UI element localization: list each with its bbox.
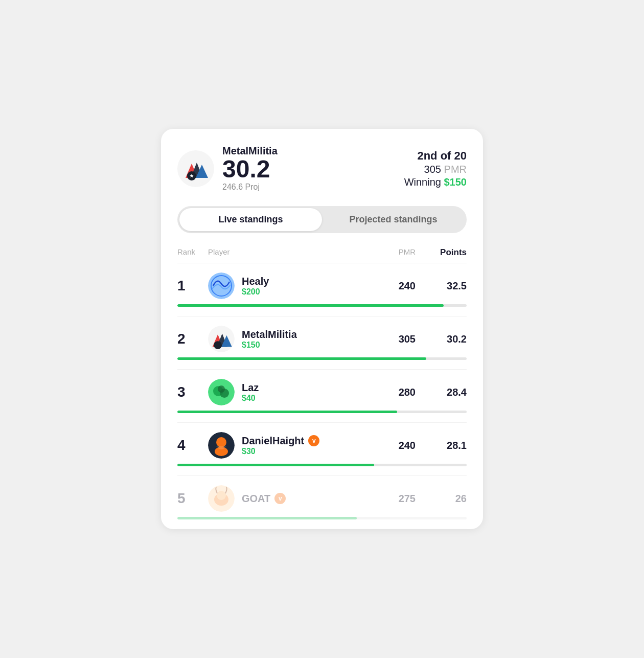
points-value: 28.1 xyxy=(416,440,467,451)
player-avatar xyxy=(208,273,235,299)
standing-row-1: 1 Healy$20024032.5 xyxy=(177,263,467,299)
rank-number: 3 xyxy=(177,384,208,400)
col-rank-header: Rank xyxy=(177,247,208,258)
points-value: 26 xyxy=(416,493,467,505)
player-name: DanielHaightv xyxy=(242,435,319,447)
player-name: MetalMilitia xyxy=(242,329,297,341)
player-avatar xyxy=(208,485,235,512)
standing-row-5: 5 GOATv27526 xyxy=(177,476,467,512)
progress-row xyxy=(177,352,467,370)
player-name: Laz xyxy=(242,382,259,394)
table-header: Rank Player PMR Points xyxy=(177,247,467,263)
player-cell: Healy$200 xyxy=(208,273,364,299)
player-details: Laz$40 xyxy=(242,382,259,403)
svg-point-6 xyxy=(208,273,235,299)
col-points-header: Points xyxy=(416,247,467,258)
header-section: MetalMilitia 30.2 246.6 Proj 2nd of 20 3… xyxy=(177,145,467,192)
winning-row: Winning $150 xyxy=(404,176,467,188)
progress-bar-fill xyxy=(177,357,426,360)
progress-bar-fill xyxy=(177,411,397,413)
list-item: 2 MetalMilitia$15030530.2 xyxy=(177,316,467,370)
player-name: GOATv xyxy=(242,493,286,505)
progress-row xyxy=(177,512,467,529)
progress-row xyxy=(177,459,467,476)
tab-live-standings[interactable]: Live standings xyxy=(179,208,322,231)
progress-bar-bg xyxy=(177,517,467,519)
standing-row-2: 2 MetalMilitia$15030530.2 xyxy=(177,316,467,352)
list-item: 3 Laz$4028028.4 xyxy=(177,370,467,423)
svg-point-18 xyxy=(216,437,226,447)
standings-card: MetalMilitia 30.2 246.6 Proj 2nd of 20 3… xyxy=(161,129,483,529)
pmr-label-text: PMR xyxy=(444,164,467,175)
player-cell: GOATv xyxy=(208,485,364,512)
svg-point-12 xyxy=(214,341,222,349)
team-proj: 246.6 Proj xyxy=(222,183,278,192)
standing-row-3: 3 Laz$4028028.4 xyxy=(177,370,467,405)
pmr-value: 280 xyxy=(364,387,416,398)
player-avatar xyxy=(208,432,235,459)
list-item: 4 DanielHaightv$3024028.1 xyxy=(177,423,467,476)
rank-number: 1 xyxy=(177,278,208,294)
v-badge: v xyxy=(274,493,286,504)
svg-point-22 xyxy=(217,491,226,500)
player-details: DanielHaightv$30 xyxy=(242,435,319,456)
list-item: 1 Healy$20024032.5 xyxy=(177,263,467,316)
player-avatar xyxy=(208,379,235,405)
progress-bar-bg xyxy=(177,411,467,413)
player-winnings: $150 xyxy=(242,341,297,350)
player-cell: DanielHaightv$30 xyxy=(208,432,364,459)
player-details: Healy$200 xyxy=(242,276,269,297)
v-badge: v xyxy=(308,435,319,446)
standings-list: 1 Healy$20024032.52 MetalMilitia$1503053… xyxy=(177,263,467,529)
pmr-row: 305 PMR xyxy=(404,164,467,175)
rank-number: 2 xyxy=(177,331,208,347)
rank-text: 2nd of 20 xyxy=(404,149,467,163)
svg-point-16 xyxy=(218,385,225,393)
winning-amount: $150 xyxy=(444,176,467,188)
player-avatar xyxy=(208,326,235,352)
player-cell: Laz$40 xyxy=(208,379,364,405)
team-logo xyxy=(177,150,214,187)
standing-row-4: 4 DanielHaightv$3024028.1 xyxy=(177,423,467,459)
winning-label: Winning xyxy=(404,176,441,188)
col-player-header: Player xyxy=(208,247,364,258)
progress-bar-fill xyxy=(177,304,444,307)
pmr-value: 275 xyxy=(364,493,416,505)
list-item: 5 GOATv27526 xyxy=(177,476,467,529)
progress-bar-fill xyxy=(177,517,357,519)
progress-row xyxy=(177,405,467,423)
player-winnings: $200 xyxy=(242,287,269,297)
pmr-value: 305 xyxy=(364,333,416,345)
points-value: 30.2 xyxy=(416,333,467,345)
progress-bar-bg xyxy=(177,464,467,466)
rank-number: 5 xyxy=(177,490,208,507)
pmr-value: 240 xyxy=(364,440,416,451)
player-details: GOATv xyxy=(242,493,286,505)
pmr-value: 305 xyxy=(424,164,441,175)
progress-bar-bg xyxy=(177,357,467,360)
team-info: MetalMilitia 30.2 246.6 Proj xyxy=(222,145,278,192)
progress-bar-bg xyxy=(177,304,467,307)
col-pmr-header: PMR xyxy=(364,247,416,258)
tabs-container: Live standings Projected standings xyxy=(177,206,467,233)
header-left: MetalMilitia 30.2 246.6 Proj xyxy=(177,145,278,192)
tab-projected-standings[interactable]: Projected standings xyxy=(322,208,465,231)
player-name: Healy xyxy=(242,276,269,287)
points-value: 32.5 xyxy=(416,280,467,292)
player-cell: MetalMilitia$150 xyxy=(208,326,364,352)
progress-row xyxy=(177,299,467,316)
rank-number: 4 xyxy=(177,437,208,453)
player-details: MetalMilitia$150 xyxy=(242,329,297,350)
pmr-value: 240 xyxy=(364,280,416,292)
header-right: 2nd of 20 305 PMR Winning $150 xyxy=(404,149,467,188)
progress-bar-fill xyxy=(177,464,374,466)
points-value: 28.4 xyxy=(416,387,467,398)
team-score: 30.2 xyxy=(222,157,278,181)
player-winnings: $40 xyxy=(242,394,259,403)
player-winnings: $30 xyxy=(242,447,319,456)
